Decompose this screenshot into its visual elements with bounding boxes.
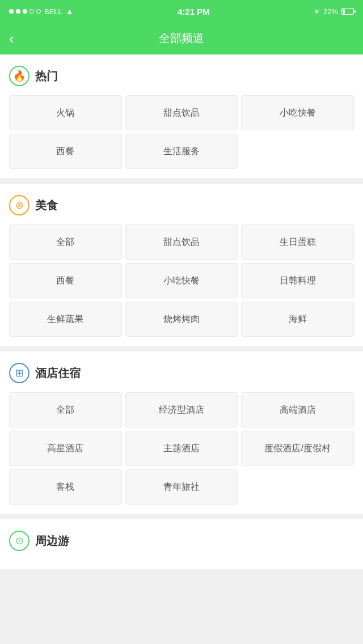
back-button[interactable]: ‹ [9, 31, 14, 46]
grid-item-food-0[interactable]: 全部 [9, 224, 122, 260]
status-time: 4:21 PM [178, 7, 210, 16]
status-bar: BELL ▲ 4:21 PM ✶ 22% [0, 0, 363, 23]
carrier-label: BELL [44, 7, 62, 16]
status-right: ✶ 22% [314, 7, 354, 16]
grid-item-hot-3[interactable]: 西餐 [9, 134, 122, 169]
grid-item-hot-0[interactable]: 火锅 [9, 95, 122, 130]
grid-item-hotel-3[interactable]: 高星酒店 [9, 431, 122, 466]
section-hot: 🔥热门火锅甜点饮品小吃快餐西餐生活服务 [0, 54, 363, 178]
travel-icon: ⊙ [9, 531, 29, 551]
dot-1 [9, 9, 14, 14]
grid-item-hot-2[interactable]: 小吃快餐 [241, 95, 354, 130]
nav-bar: ‹ 全部频道 [0, 23, 363, 54]
grid-item-food-2[interactable]: 生日蛋糕 [241, 224, 354, 260]
section-food: ⊗美食全部甜点饮品生日蛋糕西餐小吃快餐日韩料理生鲜蔬果烧烤烤肉海鲜 [0, 184, 363, 346]
grid-item-hotel-5[interactable]: 度假酒店/度假村 [241, 431, 354, 466]
battery-fill [343, 9, 345, 14]
grid-item-hotel-1[interactable]: 经济型酒店 [125, 392, 238, 427]
dot-3 [23, 9, 27, 14]
grid-item-hotel-0[interactable]: 全部 [9, 392, 122, 427]
hotel-icon: ⊞ [9, 363, 29, 383]
section-hotel: ⊞酒店住宿全部经济型酒店高端酒店高星酒店主题酒店度假酒店/度假村客栈青年旅社 [0, 351, 363, 514]
bluetooth-icon: ✶ [314, 7, 320, 16]
section-title-hotel: 酒店住宿 [35, 366, 81, 381]
nav-title: 全部频道 [159, 31, 204, 46]
dot-2 [16, 9, 20, 14]
section-header-travel: ⊙周边游 [9, 531, 354, 551]
battery-icon [341, 8, 354, 15]
section-title-food: 美食 [35, 198, 58, 213]
signal-dots [9, 9, 41, 14]
section-title-travel: 周边游 [35, 533, 69, 549]
grid-item-food-5[interactable]: 日韩料理 [241, 263, 354, 298]
battery-percent: 22% [323, 7, 338, 16]
section-header-hot: 🔥热门 [9, 66, 354, 86]
food-icon: ⊗ [9, 195, 29, 215]
grid-hot: 火锅甜点饮品小吃快餐西餐生活服务 [9, 95, 354, 169]
grid-food: 全部甜点饮品生日蛋糕西餐小吃快餐日韩料理生鲜蔬果烧烤烤肉海鲜 [9, 224, 354, 337]
dot-5 [36, 9, 41, 14]
section-header-food: ⊗美食 [9, 195, 354, 215]
section-header-hotel: ⊞酒店住宿 [9, 363, 354, 383]
grid-hotel: 全部经济型酒店高端酒店高星酒店主题酒店度假酒店/度假村客栈青年旅社 [9, 392, 354, 505]
grid-item-hotel-7[interactable]: 青年旅社 [125, 469, 238, 505]
grid-item-food-1[interactable]: 甜点饮品 [125, 224, 238, 260]
status-left: BELL ▲ [9, 7, 74, 16]
section-travel: ⊙周边游 [0, 519, 363, 569]
grid-item-hotel-6[interactable]: 客栈 [9, 469, 122, 505]
grid-item-food-8[interactable]: 海鲜 [241, 302, 354, 337]
content: 🔥热门火锅甜点饮品小吃快餐西餐生活服务⊗美食全部甜点饮品生日蛋糕西餐小吃快餐日韩… [0, 54, 363, 569]
wifi-icon: ▲ [66, 7, 74, 16]
grid-item-hotel-2[interactable]: 高端酒店 [241, 392, 354, 427]
hot-icon: 🔥 [9, 66, 29, 86]
grid-item-food-3[interactable]: 西餐 [9, 263, 122, 298]
grid-item-food-6[interactable]: 生鲜蔬果 [9, 302, 122, 337]
section-title-hot: 热门 [35, 69, 58, 84]
grid-item-hot-1[interactable]: 甜点饮品 [125, 95, 238, 130]
grid-item-food-4[interactable]: 小吃快餐 [125, 263, 238, 298]
grid-item-hot-4[interactable]: 生活服务 [125, 134, 238, 169]
grid-item-hotel-4[interactable]: 主题酒店 [125, 431, 238, 466]
dot-4 [29, 9, 34, 14]
grid-item-food-7[interactable]: 烧烤烤肉 [125, 302, 238, 337]
